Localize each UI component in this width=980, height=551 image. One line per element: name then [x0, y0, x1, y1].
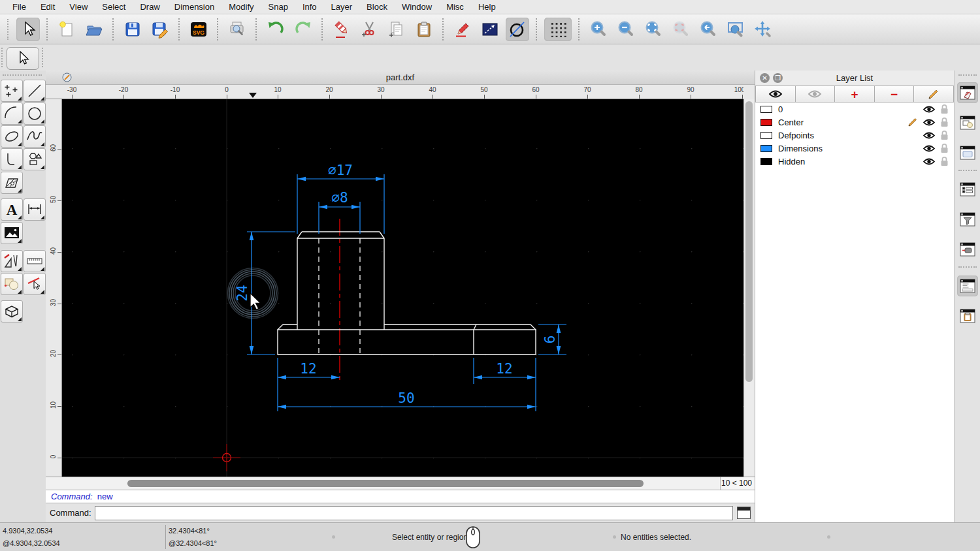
undo-button[interactable]: [264, 18, 287, 41]
toolbar-handle[interactable]: [7, 19, 11, 40]
layer-row[interactable]: Hidden: [755, 155, 954, 168]
paste-button[interactable]: [412, 18, 436, 41]
menu-draw[interactable]: Draw: [133, 0, 167, 14]
save-button[interactable]: [121, 18, 144, 41]
remove-layer-button[interactable]: −: [874, 86, 914, 102]
command-input[interactable]: [95, 506, 733, 520]
export-svg-button[interactable]: SVG: [187, 18, 210, 41]
dock-block-list-button[interactable]: [957, 112, 978, 133]
redo-button[interactable]: [291, 18, 315, 41]
lock-icon[interactable]: [940, 104, 949, 114]
menu-snap[interactable]: Snap: [261, 0, 295, 14]
add-layer-button[interactable]: +: [834, 86, 874, 102]
lock-icon[interactable]: [940, 130, 949, 140]
eye-icon[interactable]: [923, 144, 936, 153]
zoom-in-button[interactable]: [587, 18, 610, 41]
dock-pen-palette-button[interactable]: [957, 239, 978, 260]
layer-row[interactable]: 0: [755, 102, 954, 116]
dock-command-widget-button[interactable]: [957, 276, 978, 296]
solid-3d-tool[interactable]: [1, 300, 23, 323]
menu-edit[interactable]: Edit: [33, 0, 62, 14]
zoom-auto-button[interactable]: [642, 18, 665, 41]
menu-misc[interactable]: Misc: [439, 0, 471, 14]
palette-handle[interactable]: [3, 74, 42, 76]
drawing-canvas[interactable]: ⌀17 ⌀8 24: [62, 99, 743, 477]
menu-block[interactable]: Block: [359, 0, 395, 14]
zoom-selected-button[interactable]: [669, 18, 693, 41]
points-tool[interactable]: [1, 80, 23, 102]
layer-row[interactable]: Defpoints: [755, 129, 954, 142]
pen-button[interactable]: [451, 18, 474, 41]
edit-layer-button[interactable]: [913, 86, 954, 102]
select-tool-button[interactable]: [16, 18, 40, 41]
zoom-out-button[interactable]: [614, 18, 638, 41]
dock-handle[interactable]: [958, 74, 977, 76]
menu-select[interactable]: Select: [95, 0, 133, 14]
arc-tool[interactable]: [1, 102, 23, 125]
menu-window[interactable]: Window: [395, 0, 439, 14]
dock-clipboard-button[interactable]: [957, 306, 978, 326]
ellipse-tool[interactable]: [1, 125, 23, 148]
vertical-scrollbar[interactable]: [743, 99, 755, 477]
measure-tool[interactable]: [24, 250, 46, 272]
dimensions[interactable]: ⌀17 ⌀8 24: [235, 163, 566, 411]
delete-button[interactable]: [330, 18, 353, 41]
line-tool[interactable]: [24, 80, 46, 102]
part-outline[interactable]: [278, 232, 536, 354]
dimension-base-6[interactable]: 6: [538, 324, 566, 354]
polygon-tool[interactable]: [24, 148, 46, 170]
print-preview-button[interactable]: [225, 18, 249, 41]
lock-icon[interactable]: [940, 143, 949, 153]
construction-tool[interactable]: [1, 250, 23, 272]
layer-row[interactable]: Center: [755, 116, 954, 129]
copy-button[interactable]: [385, 18, 408, 41]
lock-icon[interactable]: [940, 156, 949, 166]
subtoolbar-handle[interactable]: [42, 48, 43, 67]
hide-all-layers-button[interactable]: [795, 86, 835, 102]
vertical-scrollbar-thumb[interactable]: [745, 101, 753, 382]
menu-info[interactable]: Info: [295, 0, 324, 14]
zoom-window-button[interactable]: [724, 18, 747, 41]
text-tool[interactable]: A: [1, 198, 23, 221]
menu-file[interactable]: File: [5, 0, 33, 14]
select-entity-tool[interactable]: [24, 273, 46, 295]
zoom-previous-button[interactable]: [696, 18, 720, 41]
layer-row[interactable]: Dimensions: [755, 142, 954, 155]
image-tool[interactable]: [1, 222, 23, 244]
lock-icon[interactable]: [940, 117, 949, 127]
dimension-right-12[interactable]: 12: [474, 358, 536, 411]
hatch-tool[interactable]: [1, 172, 23, 194]
eye-icon[interactable]: [923, 105, 936, 114]
new-file-button[interactable]: [55, 18, 78, 41]
eye-icon[interactable]: [923, 157, 936, 166]
dimension-height-24[interactable]: 24: [235, 232, 295, 354]
menu-view[interactable]: View: [62, 0, 95, 14]
zoom-pan-button[interactable]: [751, 18, 775, 41]
dock-selection-filter-button[interactable]: [957, 209, 978, 230]
subtoolbar-handle[interactable]: [1, 48, 3, 67]
draft-mode-button[interactable]: [506, 18, 529, 41]
horizontal-scrollbar-thumb[interactable]: [127, 480, 644, 487]
dock-layer-list-button[interactable]: [957, 82, 978, 103]
menu-modify[interactable]: Modify: [221, 0, 261, 14]
eye-icon[interactable]: [923, 131, 936, 140]
menu-dimension[interactable]: Dimension: [167, 0, 221, 14]
order-button[interactable]: [478, 18, 502, 41]
cut-button[interactable]: [357, 18, 381, 41]
show-all-layers-button[interactable]: [755, 86, 795, 102]
command-detach-button[interactable]: [737, 507, 751, 519]
dock-entity-list-button[interactable]: [957, 179, 978, 200]
dimension-tool[interactable]: [24, 198, 46, 221]
menu-help[interactable]: Help: [471, 0, 503, 14]
menu-layer[interactable]: Layer: [324, 0, 360, 14]
save-as-button[interactable]: [148, 18, 172, 41]
horizontal-scrollbar[interactable]: 10 < 100: [46, 477, 755, 490]
eye-icon[interactable]: [923, 118, 936, 127]
open-file-button[interactable]: [82, 18, 106, 41]
circle-tool[interactable]: [24, 102, 46, 125]
spline-tool[interactable]: [24, 125, 46, 148]
dimension-left-12[interactable]: 12: [278, 358, 340, 411]
select-mode-button[interactable]: [7, 47, 39, 70]
grid-toggle-button[interactable]: [544, 18, 572, 41]
modify-tool[interactable]: [1, 273, 23, 295]
